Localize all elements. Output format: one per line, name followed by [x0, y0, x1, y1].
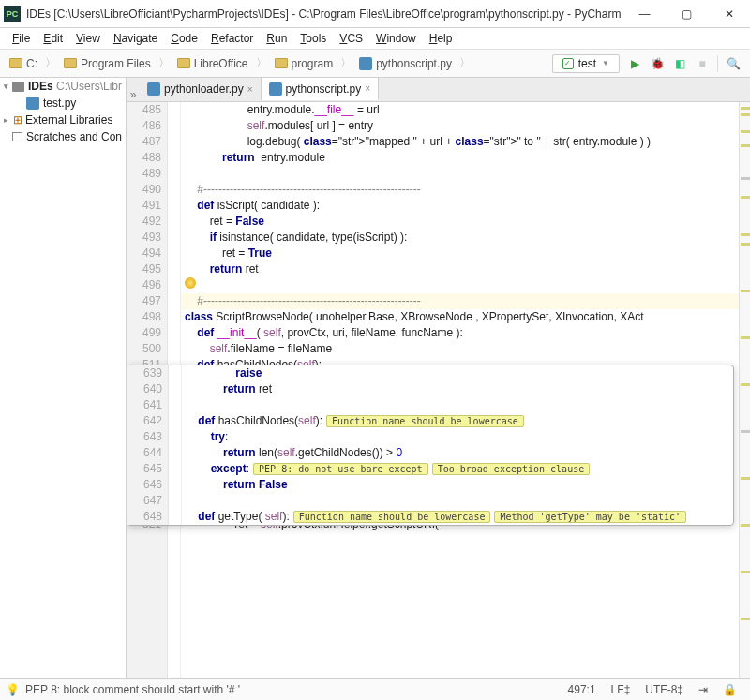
stop-button[interactable]: ■ [692, 53, 712, 74]
search-everywhere-button[interactable]: 🔍 [723, 53, 743, 74]
external-libraries[interactable]: ▸ ⊞ External Libraries [0, 112, 126, 128]
run-with-coverage-button[interactable]: ◧ [669, 53, 690, 74]
intention-bulb-icon[interactable] [185, 277, 196, 289]
code-lens-popup: 639640641642643644645646647648 raise ret… [127, 365, 734, 526]
breadcrumb-programfiles[interactable]: Program Files [60, 57, 155, 70]
app-logo: PC [4, 6, 21, 22]
menu-refactor[interactable]: Refactor [204, 30, 260, 47]
menubar: FileEditViewNavigateCodeRefactorRunTools… [0, 28, 750, 50]
inspection-warning: Method 'getType' may be 'static' [494, 511, 686, 523]
run-config-name: test [578, 57, 596, 70]
inspection-warning: PEP 8: do not use bare except [253, 463, 428, 475]
breadcrumb-pythonscriptpy[interactable]: pythonscript.py [355, 57, 456, 70]
tab-pythonloader-py[interactable]: pythonloader.py× [140, 78, 262, 100]
inspection-warning: Function name should be lowercase [326, 415, 524, 427]
menu-navigate[interactable]: Navigate [107, 30, 164, 47]
project-file-test-py[interactable]: test.py [0, 95, 126, 112]
tab-pythonscript-py[interactable]: pythonscript.py× [262, 78, 380, 100]
editor-tabs: » pythonloader.py×pythonscript.py× [127, 78, 750, 102]
maximize-button[interactable]: ▢ [666, 0, 708, 28]
window-title: IDEs [C:\Users\LibreOfficiant\PycharmPro… [26, 7, 623, 21]
menu-vcs[interactable]: VCS [333, 30, 369, 47]
file-encoding[interactable]: UTF-8‡ [638, 683, 691, 696]
statusbar: 💡 PEP 8: block comment should start with… [0, 678, 750, 700]
line-separator[interactable]: LF‡ [604, 683, 638, 696]
titlebar: PC IDEs [C:\Users\LibreOfficiant\Pycharm… [0, 0, 750, 28]
menu-code[interactable]: Code [164, 30, 204, 47]
breadcrumb-libreoffice[interactable]: LibreOffice [173, 57, 252, 70]
close-tab-icon[interactable]: × [248, 84, 253, 95]
error-stripe[interactable] [739, 102, 750, 678]
scratches-and-consoles[interactable]: Scratches and Con [0, 128, 126, 145]
close-tab-icon[interactable]: × [365, 83, 370, 94]
indent-icon[interactable]: ⇥ [691, 683, 715, 696]
menu-edit[interactable]: Edit [37, 30, 69, 47]
project-root[interactable]: ▾ IDEs C:\Users\Libr [0, 78, 126, 95]
read-only-toggle[interactable]: 🔒 [715, 683, 744, 696]
run-button[interactable]: ▶ [624, 53, 645, 74]
status-message: PEP 8: block comment should start with '… [25, 683, 240, 696]
python-file-icon [147, 82, 160, 96]
tab-list-icon[interactable]: » [127, 88, 140, 101]
minimize-button[interactable]: — [623, 0, 666, 28]
menu-file[interactable]: File [6, 30, 37, 47]
breadcrumb-program[interactable]: program [271, 57, 338, 70]
breadcrumb-c[interactable]: C: [6, 57, 41, 70]
menu-window[interactable]: Window [369, 30, 423, 47]
menu-tools[interactable]: Tools [293, 30, 333, 47]
project-tool-window[interactable]: ▾ IDEs C:\Users\Libr test.py ▸ ⊞ Externa… [0, 78, 127, 678]
inspection-warning: Function name should be lowercase [293, 511, 491, 523]
python-file-icon [269, 82, 282, 96]
menu-run[interactable]: Run [260, 30, 293, 47]
menu-help[interactable]: Help [423, 30, 459, 47]
navigation-bar: C:〉Program Files〉LibreOffice〉program〉pyt… [0, 50, 750, 78]
run-configuration-select[interactable]: ✓ test ▼ [552, 54, 620, 73]
code-editor[interactable]: 4854864874884894904914924934944954964974… [127, 102, 750, 678]
close-button[interactable]: ✕ [708, 0, 750, 28]
status-inspection-icon[interactable]: 💡 [6, 683, 20, 696]
debug-button[interactable]: 🐞 [647, 53, 668, 74]
caret-position[interactable]: 497:1 [561, 683, 604, 696]
menu-view[interactable]: View [69, 30, 107, 47]
inspection-warning: Too broad exception clause [432, 463, 591, 475]
